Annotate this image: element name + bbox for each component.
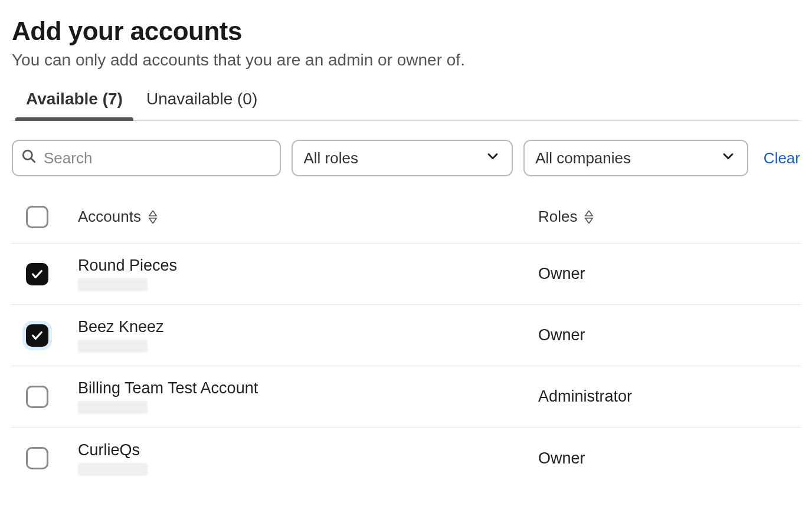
search-input[interactable] — [42, 149, 271, 168]
row-checkbox[interactable] — [26, 324, 48, 347]
account-name: Beez Kneez — [78, 318, 538, 336]
clear-link[interactable]: Clear — [764, 149, 800, 167]
select-all-checkbox[interactable] — [26, 206, 48, 228]
svg-marker-2 — [149, 211, 156, 216]
table-row: Beez Kneez Owner — [12, 305, 800, 366]
account-name: Billing Team Test Account — [78, 379, 538, 397]
account-name: Round Pieces — [78, 257, 538, 275]
tab-available[interactable]: Available (7) — [26, 86, 123, 120]
column-header-accounts[interactable]: Accounts — [78, 208, 538, 226]
svg-line-1 — [31, 159, 35, 162]
search-icon — [21, 149, 37, 167]
account-role: Owner — [538, 449, 798, 468]
svg-marker-3 — [149, 218, 156, 223]
column-header-roles-label: Roles — [538, 208, 577, 226]
account-name: CurlieQs — [78, 441, 538, 459]
roles-select-label: All roles — [303, 149, 358, 167]
row-checkbox[interactable] — [26, 447, 48, 469]
table-row: Billing Team Test Account Administrator — [12, 366, 800, 428]
account-role: Owner — [538, 326, 798, 344]
column-header-roles[interactable]: Roles — [538, 208, 798, 226]
account-role: Owner — [538, 265, 798, 283]
search-field[interactable] — [12, 140, 281, 176]
account-subtext — [78, 340, 148, 353]
chevron-down-icon — [720, 148, 736, 169]
chevron-down-icon — [484, 148, 501, 169]
tab-unavailable[interactable]: Unavailable (0) — [146, 86, 257, 120]
accounts-table: Accounts Roles — [12, 190, 800, 489]
svg-marker-5 — [585, 218, 592, 223]
companies-select-label: All companies — [535, 149, 631, 167]
column-header-accounts-label: Accounts — [78, 208, 141, 226]
account-subtext — [78, 463, 148, 476]
svg-marker-4 — [585, 211, 592, 216]
account-role: Administrator — [538, 387, 798, 406]
sort-icon — [584, 211, 594, 223]
page-title: Add your accounts — [12, 17, 800, 46]
account-subtext — [78, 278, 148, 291]
sort-icon — [148, 211, 158, 223]
filter-bar: All roles All companies Clear — [12, 121, 800, 190]
roles-select[interactable]: All roles — [292, 140, 513, 176]
row-checkbox[interactable] — [26, 263, 48, 285]
table-row: CurlieQs Owner — [12, 428, 800, 489]
companies-select[interactable]: All companies — [523, 140, 748, 176]
page-subtitle: You can only add accounts that you are a… — [12, 51, 800, 70]
row-checkbox[interactable] — [26, 386, 48, 408]
account-subtext — [78, 401, 148, 414]
tabs: Available (7) Unavailable (0) — [12, 86, 800, 121]
table-row: Round Pieces Owner — [12, 244, 800, 305]
table-header: Accounts Roles — [12, 190, 800, 244]
